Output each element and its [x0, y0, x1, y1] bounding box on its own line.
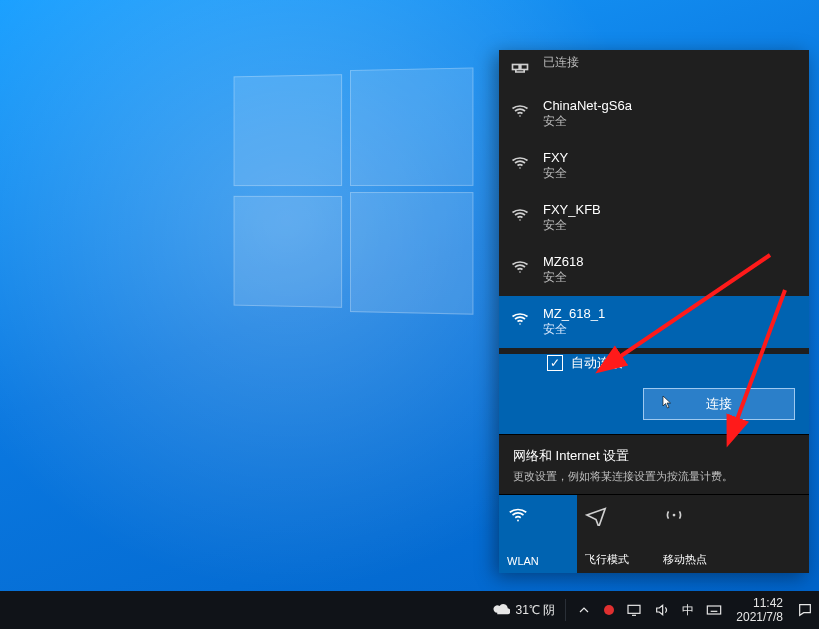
wifi-icon [509, 308, 531, 330]
quick-tiles: WLAN 飞行模式 移动热点 [499, 494, 809, 573]
svg-rect-0 [513, 65, 520, 70]
tray-volume-icon[interactable] [648, 591, 676, 629]
svg-rect-12 [708, 606, 721, 614]
svg-point-7 [517, 520, 519, 522]
selected-network-sub: 安全 [543, 321, 605, 338]
tray-monitor-icon[interactable] [620, 591, 648, 629]
settings-title: 网络和 Internet 设置 [513, 447, 795, 465]
auto-connect-label: 自动连接 [571, 354, 623, 372]
selected-network-name: MZ_618_1 [543, 306, 605, 321]
tile-label: 移动热点 [663, 552, 725, 567]
tile-hotspot[interactable]: 移动热点 [655, 495, 733, 573]
network-name: FXY [543, 150, 568, 165]
windows-logo [234, 67, 472, 312]
clock-date: 2021/7/8 [736, 610, 783, 624]
airplane-icon [585, 503, 647, 527]
weather-widget[interactable]: 31℃ 阴 [486, 591, 562, 629]
settings-sub: 更改设置，例如将某连接设置为按流量计费。 [513, 469, 795, 484]
tray-record-icon[interactable] [598, 591, 620, 629]
svg-rect-11 [628, 605, 640, 613]
auto-connect-row[interactable]: ✓ 自动连接 [547, 354, 795, 372]
wifi-icon [509, 256, 531, 278]
wifi-icon [509, 204, 531, 226]
ethernet-icon [509, 56, 531, 78]
svg-point-4 [519, 219, 521, 221]
network-item-selected[interactable]: MZ_618_1 安全 [499, 296, 809, 348]
tile-airplane[interactable]: 飞行模式 [577, 495, 655, 573]
network-item-3[interactable]: MZ618 安全 [499, 244, 809, 296]
network-name: MZ618 [543, 254, 583, 269]
connected-network-item[interactable]: 已连接 [499, 50, 809, 88]
clock-time: 11:42 [753, 596, 783, 610]
network-sub: 安全 [543, 165, 568, 182]
cursor-icon [662, 395, 672, 409]
tray-keyboard-icon[interactable] [700, 591, 728, 629]
tray-chevron-up-icon[interactable] [570, 591, 598, 629]
connect-button-label: 连接 [706, 396, 732, 411]
wifi-icon [509, 100, 531, 122]
action-center-icon[interactable] [791, 591, 819, 629]
tile-label: 飞行模式 [585, 552, 647, 567]
network-name: ChinaNet-gS6a [543, 98, 632, 113]
network-sub: 安全 [543, 269, 583, 286]
tile-label: WLAN [507, 555, 569, 567]
svg-point-3 [519, 167, 521, 169]
network-item-0[interactable]: ChinaNet-gS6a 安全 [499, 88, 809, 140]
svg-point-2 [519, 115, 521, 117]
ime-text: 中 [682, 602, 694, 619]
wifi-icon [507, 503, 569, 527]
svg-point-6 [519, 323, 521, 325]
connected-label: 已连接 [543, 54, 579, 71]
cloud-icon [492, 602, 510, 619]
network-item-2[interactable]: FXY_KFB 安全 [499, 192, 809, 244]
network-item-1[interactable]: FXY 安全 [499, 140, 809, 192]
network-settings-link[interactable]: 网络和 Internet 设置 更改设置，例如将某连接设置为按流量计费。 [499, 434, 809, 494]
tile-wlan[interactable]: WLAN [499, 495, 577, 573]
svg-point-5 [519, 271, 521, 273]
network-flyout: 已连接 ChinaNet-gS6a 安全 FXY 安全 FXY_KFB 安全 M… [499, 50, 809, 573]
clock[interactable]: 11:42 2021/7/8 [728, 596, 791, 624]
svg-point-8 [673, 514, 676, 517]
hotspot-icon [663, 503, 725, 527]
ime-indicator[interactable]: 中 [676, 591, 700, 629]
taskbar: 31℃ 阴 中 11:42 2021/7/8 [0, 591, 819, 629]
svg-rect-1 [521, 65, 528, 70]
connect-button[interactable]: 连接 [643, 388, 795, 420]
network-sub: 安全 [543, 217, 601, 234]
auto-connect-checkbox[interactable]: ✓ [547, 355, 563, 371]
wifi-icon [509, 152, 531, 174]
network-sub: 安全 [543, 113, 632, 130]
selected-network-body: ✓ 自动连接 连接 [499, 354, 809, 434]
weather-text: 31℃ 阴 [516, 602, 556, 619]
network-name: FXY_KFB [543, 202, 601, 217]
